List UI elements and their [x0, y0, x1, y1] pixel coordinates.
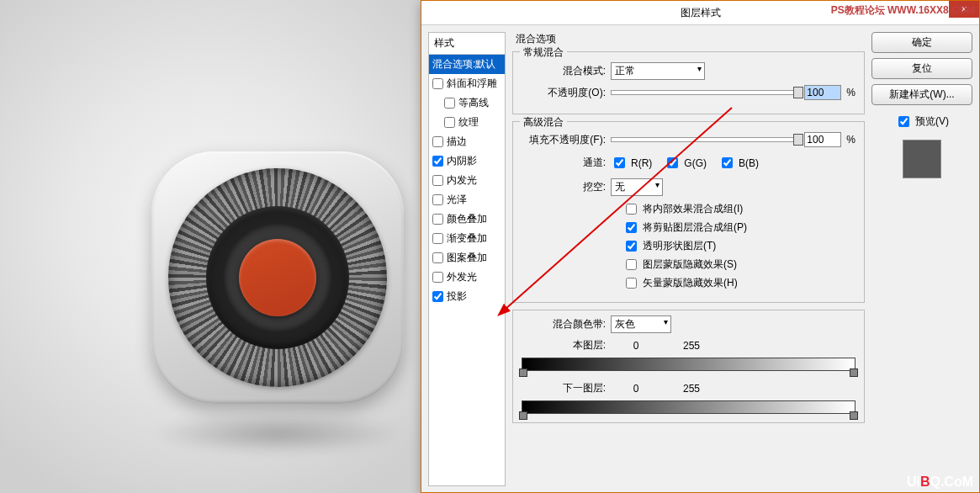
channel-b-checkbox[interactable]	[722, 157, 733, 168]
style-pattern-overlay-checkbox[interactable]	[432, 252, 443, 263]
opt-trans-shape-checkbox[interactable]	[626, 241, 637, 252]
opt-layer-mask[interactable]: 图层蒙版隐藏效果(S)	[522, 257, 856, 273]
grad-marker-lo[interactable]	[519, 411, 527, 420]
blend-if-group: 混合颜色带: 灰色 本图层: 0 255 下一图层: 0 255	[512, 310, 865, 423]
inner-ring	[223, 223, 332, 332]
channel-g[interactable]: G(G)	[664, 155, 707, 171]
style-outer-glow-checkbox[interactable]	[432, 272, 443, 283]
channel-g-checkbox[interactable]	[667, 157, 678, 168]
blend-mode-select[interactable]: 正常	[611, 62, 705, 80]
style-outer-glow[interactable]: 外发光	[429, 268, 505, 287]
opt-label: 将内部效果混合成组(I)	[643, 202, 743, 216]
fill-opacity-slider[interactable]	[611, 137, 799, 142]
style-satin[interactable]: 光泽	[429, 190, 505, 209]
style-label: 外发光	[447, 270, 477, 284]
style-bevel[interactable]: 斜面和浮雕	[429, 74, 505, 93]
style-blend-default[interactable]: 混合选项:默认	[429, 55, 505, 74]
opt-label: 透明形状图层(T)	[643, 239, 716, 253]
this-layer-label: 本图层:	[522, 338, 606, 353]
style-gradient-overlay[interactable]: 渐变叠加	[429, 229, 505, 248]
style-label: 颜色叠加	[447, 212, 487, 226]
channel-b-label: B(B)	[739, 157, 759, 169]
style-label: 描边	[447, 135, 467, 149]
opt-layer-mask-checkbox[interactable]	[626, 259, 637, 270]
channel-g-label: G(G)	[684, 157, 707, 169]
style-stroke-checkbox[interactable]	[432, 136, 443, 147]
grad-marker-hi[interactable]	[850, 411, 858, 420]
opt-label: 将剪贴图层混合成组(P)	[643, 220, 747, 235]
preview-checkbox-row[interactable]: 预览(V)	[871, 114, 972, 130]
opt-clip-group[interactable]: 将剪贴图层混合成组(P)	[522, 220, 856, 236]
preview-swatch	[903, 140, 941, 178]
style-drop-shadow-checkbox[interactable]	[432, 291, 443, 302]
style-contour[interactable]: 等高线	[429, 93, 505, 113]
slider-thumb[interactable]	[793, 134, 803, 146]
style-pattern-overlay[interactable]: 图案叠加	[429, 248, 505, 268]
style-stroke[interactable]: 描边	[429, 132, 505, 151]
style-texture-checkbox[interactable]	[444, 117, 455, 128]
dialog-title: 图层样式	[681, 7, 721, 19]
opacity-input[interactable]	[804, 85, 841, 100]
opt-label: 图层蒙版隐藏效果(S)	[643, 257, 737, 272]
fill-opacity-label: 填充不透明度(F):	[522, 133, 606, 147]
wm-part: Q.CoM	[930, 474, 973, 489]
style-inner-glow-checkbox[interactable]	[432, 175, 443, 186]
style-satin-checkbox[interactable]	[432, 194, 443, 205]
opacity-slider[interactable]	[611, 90, 799, 95]
blend-if-channel-select[interactable]: 灰色	[611, 315, 671, 333]
opt-inner-group[interactable]: 将内部效果混合成组(I)	[522, 201, 856, 217]
style-bevel-checkbox[interactable]	[432, 78, 443, 89]
fill-opacity-input[interactable]	[804, 132, 841, 147]
channels-label: 通道:	[522, 156, 606, 170]
style-label: 混合选项:默认	[432, 57, 495, 72]
style-color-overlay-checkbox[interactable]	[432, 214, 443, 225]
styles-list: 样式 混合选项:默认 斜面和浮雕 等高线 纹理 描边 内阴影	[428, 32, 506, 486]
style-label: 内阴影	[447, 154, 477, 168]
cancel-button[interactable]: 复位	[871, 58, 972, 79]
style-label: 内发光	[447, 173, 477, 188]
opt-trans-shape[interactable]: 透明形状图层(T)	[522, 238, 856, 254]
opt-label: 矢量蒙版隐藏效果(H)	[643, 276, 738, 290]
style-contour-checkbox[interactable]	[444, 98, 455, 109]
style-inner-glow[interactable]: 内发光	[429, 171, 505, 190]
preview-checkbox[interactable]	[898, 116, 909, 127]
canvas-area	[0, 0, 421, 493]
style-gradient-overlay-checkbox[interactable]	[432, 233, 443, 244]
channel-r-label: R(R)	[631, 157, 652, 169]
knockout-label: 挖空:	[522, 180, 606, 194]
opt-clip-group-checkbox[interactable]	[626, 222, 637, 233]
opt-vector-mask[interactable]: 矢量蒙版隐藏效果(H)	[522, 275, 856, 291]
fill-opacity-unit: %	[846, 134, 856, 146]
this-min: 0	[611, 340, 661, 352]
style-color-overlay[interactable]: 颜色叠加	[429, 209, 505, 229]
record-icon-base	[151, 151, 404, 404]
style-texture[interactable]: 纹理	[429, 113, 505, 132]
slider-thumb[interactable]	[793, 87, 803, 98]
opt-inner-group-checkbox[interactable]	[626, 204, 637, 215]
channel-r-checkbox[interactable]	[614, 157, 625, 168]
metal-ring	[168, 168, 387, 387]
ok-button[interactable]: 确定	[871, 32, 972, 53]
under-min: 0	[611, 383, 661, 395]
under-layer-gradient[interactable]	[522, 400, 856, 414]
styles-header: 样式	[429, 33, 505, 55]
opacity-label: 不透明度(O):	[522, 86, 606, 100]
style-drop-shadow[interactable]: 投影	[429, 287, 505, 306]
record-dot	[239, 239, 316, 316]
style-inner-shadow[interactable]: 内阴影	[429, 151, 505, 171]
knockout-select[interactable]: 无	[611, 178, 663, 196]
this-layer-gradient[interactable]	[522, 358, 856, 371]
dialog-buttons: 确定 复位 新建样式(W)... 预览(V)	[871, 32, 972, 486]
grad-marker-hi[interactable]	[850, 368, 858, 377]
channel-r[interactable]: R(R)	[611, 155, 652, 171]
channel-b[interactable]: B(B)	[718, 155, 759, 171]
wm-part: B	[920, 474, 930, 489]
grad-marker-lo[interactable]	[519, 368, 527, 377]
new-style-button[interactable]: 新建样式(W)...	[871, 84, 972, 105]
style-label: 等高线	[458, 96, 489, 110]
under-layer-label: 下一图层:	[522, 381, 606, 395]
style-inner-shadow-checkbox[interactable]	[432, 156, 443, 167]
blend-if-label: 混合颜色带:	[522, 317, 606, 331]
opt-vector-mask-checkbox[interactable]	[626, 278, 637, 289]
under-max: 255	[666, 383, 717, 395]
